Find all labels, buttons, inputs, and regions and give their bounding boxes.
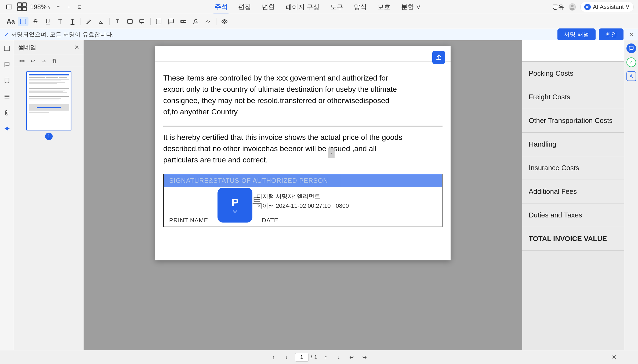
pocking-costs-item[interactable]: Pocking Costs [522,62,624,85]
sign-panel-btn[interactable]: 서명 패널 [557,28,596,41]
menu-item-split[interactable]: 분할 ∨ [400,2,422,12]
svg-rect-0 [6,5,12,9]
font-tool-btn[interactable]: Aa [5,17,16,26]
chat-icon-btn[interactable] [626,43,636,53]
preview-tool-btn[interactable] [219,17,230,26]
underline-tool-btn[interactable]: U [42,17,53,26]
text-tool-btn[interactable]: T [55,17,66,26]
bottom-undo-btn[interactable]: ↩ [347,353,356,362]
stamp-tool-btn[interactable] [190,17,201,26]
svg-rect-14 [156,19,161,24]
sign-tool-btn[interactable] [203,17,213,26]
zoom-fit-btn[interactable]: ⊡ [76,3,83,11]
attach-tool-btn[interactable] [166,17,176,26]
zoom-dropdown-icon[interactable]: ∨ [48,4,51,10]
document-page: These items are controlled by the xxx go… [155,46,451,260]
share-btn[interactable]: 공유 [552,3,564,11]
user-icon-btn[interactable] [568,3,576,11]
grid-toggle-btn[interactable] [17,3,27,11]
sidebar-redo-btn[interactable]: ↪ [40,57,47,65]
zoom-value: 198% [30,3,46,11]
print-name-label: PRINT NAME [169,217,208,224]
translate-icon-btn[interactable]: A [626,71,636,81]
pen-tool-btn[interactable] [84,17,94,26]
bottom-close-btn[interactable]: ✕ [612,354,617,361]
ai-icon: Ai [584,4,591,10]
digital-date-label: 데이터 2024-11-02 00:27:10 +0800 [256,201,349,210]
svg-rect-22 [4,46,10,51]
textbox-tool-btn[interactable] [125,17,135,26]
menu-item-page-layout[interactable]: 페이지 구성 [284,2,321,12]
svg-point-19 [194,19,197,22]
notif-check-icon: ✓ [4,31,9,38]
thumbnail-page-1[interactable]: 1 [26,71,71,140]
page-separator: / [311,354,312,360]
document-area[interactable]: These items are controlled by the xxx go… [84,40,522,350]
menu-item-annotate[interactable]: 주석 [213,2,229,12]
sidebar-comment-icon[interactable] [2,60,12,69]
right-panel-expand-btn[interactable]: › [328,148,335,158]
ai-assistant-btn[interactable]: Ai AI Assistant ∨ [580,2,634,12]
menu-left: 198% ∨ + - ⊡ [4,3,83,11]
bottom-nav-down-btn[interactable]: ↓ [282,353,291,362]
sidebar-ai-icon[interactable]: ✦ [2,124,12,134]
zoom-out-btn[interactable]: - [65,3,73,11]
far-left-sidebar: ✦ [0,40,14,350]
confirm-btn[interactable]: 확인 [599,28,624,41]
total-invoice-value-item[interactable]: TOTAL INVOICE VALUE [522,227,624,251]
bottom-nav-down2-btn[interactable]: ↓ [334,353,343,362]
menu-item-edit[interactable]: 편집 [237,2,252,12]
sidebar-attachment-icon[interactable] [2,108,12,118]
measure-tool-btn[interactable] [178,17,189,26]
menu-item-tools[interactable]: 도구 [329,2,344,12]
sidebar-bookmark-icon[interactable] [2,76,12,85]
toolbar-separator-4 [216,18,216,25]
upload-btn[interactable] [432,51,445,64]
callout-tool-btn[interactable] [137,17,148,26]
handling-item[interactable]: Handling [522,133,624,156]
toolbar: Aa S U T T T [0,14,638,29]
date-label: DATE [262,217,278,224]
additional-fees-item[interactable]: Additional Fees [522,180,624,203]
bottom-redo-btn[interactable]: ↪ [360,353,369,362]
svg-rect-10 [128,20,132,23]
text2-tool-btn[interactable]: T [67,17,78,26]
eraser-tool-btn[interactable] [96,17,107,26]
thumbnail-close-btn[interactable]: ✕ [74,44,79,51]
sidebar-undo-btn[interactable]: ↩ [29,57,37,65]
typewriter-tool-btn[interactable]: T [112,17,123,26]
insurance-costs-item[interactable]: Insurance Costs [522,156,624,180]
sidebar-more-btn[interactable]: ••• [18,57,26,65]
digital-sig-text: 디지털 서명자: 엘리먼트 데이터 2024-11-02 00:27:10 +0… [256,192,349,210]
menu-item-protect[interactable]: 보호 [376,2,392,12]
sidebar-toggle-btn[interactable] [4,3,14,11]
highlight-tool-btn[interactable] [18,17,28,26]
sidebar-delete-btn[interactable]: 🗑 [50,57,58,65]
zoom-in-btn[interactable]: + [54,3,62,11]
svg-point-7 [571,5,574,7]
sidebar-sidebar-icon[interactable] [2,43,12,53]
right-panel-top [522,40,624,62]
freight-costs-item[interactable]: Freight Costs [522,85,624,109]
menu-center: 주석 편집 변환 페이지 구성 도구 양식 보호 분할 ∨ [85,2,550,12]
menu-item-convert[interactable]: 변환 [261,2,276,12]
svg-rect-3 [23,3,26,6]
duties-and-taxes-item[interactable]: Duties and Taxes [522,203,624,227]
strikethrough-tool-btn[interactable]: S [30,17,41,26]
menu-item-form[interactable]: 양식 [353,2,368,12]
shape-tool-btn[interactable] [153,17,164,26]
svg-rect-27 [436,59,441,60]
bottom-nav-up2-btn[interactable]: ↑ [321,353,330,362]
digital-signer-label: 디지털 서명자: 엘리먼트 [256,192,349,201]
notification-close-btn[interactable]: ✕ [629,31,634,38]
sidebar-layers-icon[interactable] [2,92,12,101]
other-transportation-item[interactable]: Other Transportation Costs [522,109,624,133]
bottom-nav-up-btn[interactable]: ↑ [269,353,278,362]
top-menu-bar: 198% ∨ + - ⊡ 주석 편집 변환 페이지 구성 도구 양식 보호 분할… [0,0,638,14]
svg-point-8 [570,8,574,10]
thumbnail-page-number-1: 1 [45,133,53,140]
sig-footer: PRINT NAME DATE [164,214,442,227]
page-current-input[interactable] [295,353,309,362]
zoom-control: 198% ∨ [30,3,51,11]
check-icon-btn[interactable]: ✓ [626,57,636,67]
